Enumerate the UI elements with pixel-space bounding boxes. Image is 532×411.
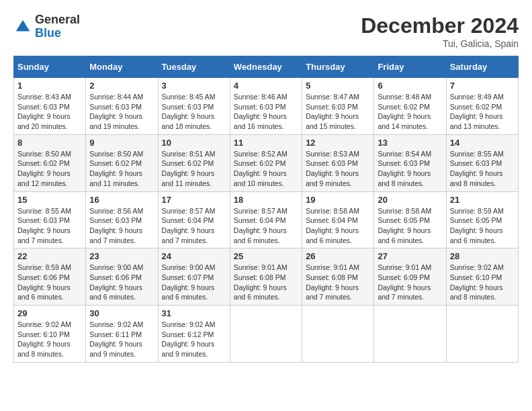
day-info: Sunrise: 9:02 AMSunset: 6:12 PMDaylight:… — [162, 320, 226, 359]
calendar-cell: 29Sunrise: 9:02 AMSunset: 6:10 PMDayligh… — [14, 306, 86, 363]
day-number: 29 — [17, 308, 82, 318]
calendar-cell: 7Sunrise: 8:49 AMSunset: 6:02 PMDaylight… — [446, 78, 518, 135]
day-info: Sunrise: 8:57 AMSunset: 6:04 PMDaylight:… — [234, 206, 298, 246]
calendar-cell: 27Sunrise: 9:01 AMSunset: 6:09 PMDayligh… — [374, 248, 446, 306]
day-number: 3 — [162, 81, 226, 91]
calendar-table: SundayMondayTuesdayWednesdayThursdayFrid… — [13, 56, 519, 363]
calendar-cell: 24Sunrise: 9:00 AMSunset: 6:07 PMDayligh… — [158, 248, 230, 306]
day-info: Sunrise: 8:44 AMSunset: 6:03 PMDaylight:… — [89, 92, 154, 132]
logo-blue: Blue — [35, 26, 61, 40]
day-info: Sunrise: 9:02 AMSunset: 6:10 PMDaylight:… — [450, 263, 515, 302]
day-info: Sunrise: 8:56 AMSunset: 6:03 PMDaylight:… — [89, 206, 154, 246]
day-number: 14 — [450, 138, 515, 148]
calendar-cell: 15Sunrise: 8:55 AMSunset: 6:03 PMDayligh… — [14, 191, 86, 248]
calendar-week-row: 15Sunrise: 8:55 AMSunset: 6:03 PMDayligh… — [14, 191, 519, 248]
month-title: December 2024 — [361, 13, 519, 38]
day-number: 26 — [306, 251, 370, 261]
calendar-cell: 13Sunrise: 8:54 AMSunset: 6:03 PMDayligh… — [374, 134, 446, 191]
day-number: 13 — [378, 138, 442, 148]
calendar-cell — [374, 306, 446, 363]
day-info: Sunrise: 8:55 AMSunset: 6:03 PMDaylight:… — [17, 206, 82, 246]
day-number: 4 — [234, 81, 298, 91]
title-area: December 2024 Tui, Galicia, Spain — [361, 13, 519, 49]
day-info: Sunrise: 8:59 AMSunset: 6:06 PMDaylight:… — [17, 263, 82, 302]
calendar-cell: 20Sunrise: 8:58 AMSunset: 6:05 PMDayligh… — [374, 191, 446, 248]
day-info: Sunrise: 8:47 AMSunset: 6:03 PMDaylight:… — [306, 92, 370, 132]
day-info: Sunrise: 8:46 AMSunset: 6:03 PMDaylight:… — [234, 92, 298, 132]
day-number: 22 — [17, 251, 82, 261]
day-info: Sunrise: 9:00 AMSunset: 6:06 PMDaylight:… — [89, 263, 154, 302]
calendar-cell: 21Sunrise: 8:59 AMSunset: 6:05 PMDayligh… — [446, 191, 518, 248]
day-number: 24 — [162, 251, 226, 261]
day-info: Sunrise: 8:43 AMSunset: 6:03 PMDaylight:… — [17, 92, 82, 132]
day-info: Sunrise: 8:59 AMSunset: 6:05 PMDaylight:… — [450, 206, 515, 246]
calendar-cell: 5Sunrise: 8:47 AMSunset: 6:03 PMDaylight… — [302, 78, 374, 135]
day-info: Sunrise: 8:58 AMSunset: 6:04 PMDaylight:… — [306, 206, 370, 246]
calendar-cell: 4Sunrise: 8:46 AMSunset: 6:03 PMDaylight… — [230, 78, 302, 135]
day-number: 6 — [378, 81, 442, 91]
calendar-cell: 9Sunrise: 8:50 AMSunset: 6:02 PMDaylight… — [86, 134, 158, 191]
page-header: General Blue December 2024 Tui, Galicia,… — [13, 13, 519, 49]
day-number: 2 — [89, 81, 154, 91]
svg-marker-0 — [16, 20, 30, 32]
calendar-week-row: 8Sunrise: 8:50 AMSunset: 6:02 PMDaylight… — [14, 134, 519, 191]
calendar-cell: 17Sunrise: 8:57 AMSunset: 6:04 PMDayligh… — [158, 191, 230, 248]
day-info: Sunrise: 8:52 AMSunset: 6:02 PMDaylight:… — [234, 149, 298, 189]
day-number: 27 — [378, 251, 442, 261]
weekday-header-monday: Monday — [86, 56, 158, 78]
calendar-cell: 19Sunrise: 8:58 AMSunset: 6:04 PMDayligh… — [302, 191, 374, 248]
weekday-header-row: SundayMondayTuesdayWednesdayThursdayFrid… — [14, 56, 519, 78]
day-number: 31 — [162, 308, 226, 318]
day-info: Sunrise: 9:02 AMSunset: 6:11 PMDaylight:… — [89, 320, 154, 359]
day-number: 17 — [162, 195, 226, 205]
day-info: Sunrise: 9:01 AMSunset: 6:08 PMDaylight:… — [306, 263, 370, 302]
day-number: 21 — [450, 195, 515, 205]
calendar-cell — [446, 306, 518, 363]
day-number: 18 — [234, 195, 298, 205]
logo-general: General — [35, 13, 80, 26]
day-number: 10 — [162, 138, 226, 148]
weekday-header-thursday: Thursday — [302, 56, 374, 78]
day-info: Sunrise: 8:58 AMSunset: 6:05 PMDaylight:… — [378, 206, 442, 246]
day-number: 28 — [450, 251, 515, 261]
day-number: 7 — [450, 81, 515, 91]
day-info: Sunrise: 8:50 AMSunset: 6:02 PMDaylight:… — [17, 149, 82, 189]
calendar-cell: 16Sunrise: 8:56 AMSunset: 6:03 PMDayligh… — [86, 191, 158, 248]
calendar-cell: 8Sunrise: 8:50 AMSunset: 6:02 PMDaylight… — [14, 134, 86, 191]
day-number: 23 — [89, 251, 154, 261]
day-info: Sunrise: 9:00 AMSunset: 6:07 PMDaylight:… — [162, 263, 226, 302]
day-info: Sunrise: 8:49 AMSunset: 6:02 PMDaylight:… — [450, 92, 515, 132]
weekday-header-tuesday: Tuesday — [158, 56, 230, 78]
calendar-week-row: 29Sunrise: 9:02 AMSunset: 6:10 PMDayligh… — [14, 306, 519, 363]
day-info: Sunrise: 8:48 AMSunset: 6:02 PMDaylight:… — [378, 92, 442, 132]
day-number: 5 — [306, 81, 370, 91]
day-info: Sunrise: 9:01 AMSunset: 6:09 PMDaylight:… — [378, 263, 442, 302]
calendar-cell — [302, 306, 374, 363]
day-info: Sunrise: 8:55 AMSunset: 6:03 PMDaylight:… — [450, 149, 515, 189]
weekday-header-saturday: Saturday — [446, 56, 518, 78]
day-number: 20 — [378, 195, 442, 205]
weekday-header-friday: Friday — [374, 56, 446, 78]
calendar-cell: 23Sunrise: 9:00 AMSunset: 6:06 PMDayligh… — [86, 248, 158, 306]
day-number: 19 — [306, 195, 370, 205]
calendar-cell: 2Sunrise: 8:44 AMSunset: 6:03 PMDaylight… — [86, 78, 158, 135]
day-info: Sunrise: 9:01 AMSunset: 6:08 PMDaylight:… — [234, 263, 298, 302]
calendar-cell — [230, 306, 302, 363]
day-info: Sunrise: 8:54 AMSunset: 6:03 PMDaylight:… — [378, 149, 442, 189]
calendar-cell: 14Sunrise: 8:55 AMSunset: 6:03 PMDayligh… — [446, 134, 518, 191]
day-number: 25 — [234, 251, 298, 261]
day-number: 8 — [17, 138, 82, 148]
calendar-cell: 6Sunrise: 8:48 AMSunset: 6:02 PMDaylight… — [374, 78, 446, 135]
day-info: Sunrise: 8:51 AMSunset: 6:02 PMDaylight:… — [162, 149, 226, 189]
day-number: 30 — [89, 308, 154, 318]
logo-icon — [13, 17, 32, 36]
calendar-cell: 11Sunrise: 8:52 AMSunset: 6:02 PMDayligh… — [230, 134, 302, 191]
calendar-cell: 30Sunrise: 9:02 AMSunset: 6:11 PMDayligh… — [86, 306, 158, 363]
calendar-cell: 25Sunrise: 9:01 AMSunset: 6:08 PMDayligh… — [230, 248, 302, 306]
calendar-cell: 31Sunrise: 9:02 AMSunset: 6:12 PMDayligh… — [158, 306, 230, 363]
calendar-cell: 26Sunrise: 9:01 AMSunset: 6:08 PMDayligh… — [302, 248, 374, 306]
weekday-header-wednesday: Wednesday — [230, 56, 302, 78]
day-number: 9 — [89, 138, 154, 148]
day-info: Sunrise: 8:57 AMSunset: 6:04 PMDaylight:… — [162, 206, 226, 246]
calendar-cell: 22Sunrise: 8:59 AMSunset: 6:06 PMDayligh… — [14, 248, 86, 306]
